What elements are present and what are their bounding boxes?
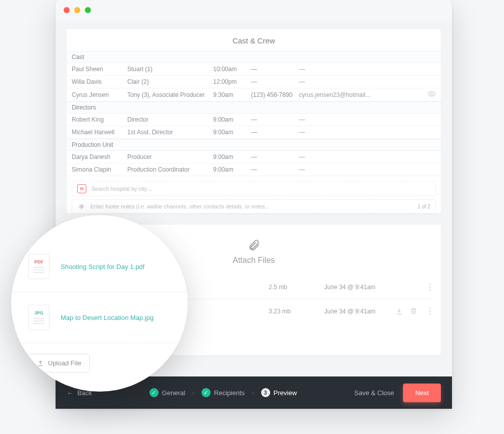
cell-time: 9:30am (213, 91, 251, 98)
eye-icon[interactable] (428, 91, 436, 98)
save-close-button[interactable]: Save & Close (355, 389, 394, 397)
cell-name: Michael Harwell (72, 129, 127, 136)
cell-phone: — (251, 116, 299, 123)
table-row: Simona Clapin Production Coordinator 9:0… (67, 164, 441, 176)
file-type-label: PDF (34, 259, 43, 264)
cell-phone: — (251, 66, 299, 73)
table-row: Paul Sheen Stuart (1) 10:00am — — (67, 63, 441, 76)
hospital-search[interactable]: H Search hospital by city.... (72, 181, 436, 196)
trash-icon[interactable] (410, 307, 417, 315)
table-row: Darya Danesh Producer 9:00am — — (67, 151, 441, 164)
cell-email: — (299, 129, 436, 136)
upload-file-button[interactable]: Upload File (28, 354, 90, 372)
file-date: June 34 @ 9:41am (324, 308, 395, 315)
cell-time: 9:00am (213, 153, 251, 160)
cell-email: cyrus.jensen23@hotmail... (299, 91, 425, 98)
cell-role: 1st Asst. Director (127, 129, 213, 136)
cell-time: 10:00am (213, 66, 251, 73)
paperclip-icon (247, 239, 261, 252)
cell-name: Paul Sheen (72, 66, 127, 73)
file-row: PDF Shooting Script for Day 1.pdf (11, 241, 188, 292)
zoom-lens: PDF Shooting Script for Day 1.pdf JPG Ma… (11, 215, 188, 392)
file-name[interactable]: Map to Desert Location Map.jpg (61, 314, 154, 321)
svg-point-0 (431, 93, 433, 95)
pdf-file-icon: PDF (28, 254, 49, 279)
table-row: Willa Davis Clair (2) 12:00pm — — (67, 76, 441, 88)
file-name[interactable]: Shooting Script for Day 1.pdf (61, 263, 144, 270)
file-row: JPG Map to Desert Location Map.jpg (11, 292, 188, 343)
check-icon: ✓ (201, 388, 211, 397)
upload-label: Upload File (48, 359, 81, 367)
cell-name: Willa Davis (72, 78, 127, 85)
table-row: Cyrus Jensen Tony (3), Associate Produce… (67, 88, 441, 101)
next-button[interactable]: Next (403, 384, 441, 402)
cell-name: Robert King (72, 116, 127, 123)
cell-phone: — (251, 78, 299, 85)
table-row: Robert King Director 9:00am — — (67, 114, 441, 126)
footer-placeholder: Enter footer notes (i.e. walkie channels… (90, 203, 270, 209)
zoom-icon[interactable] (85, 7, 91, 13)
minimize-icon[interactable] (74, 7, 80, 13)
cell-name: Cyrus Jensen (72, 91, 127, 98)
footer-notes-input[interactable]: ✻ Enter footer notes (i.e. walkie channe… (72, 199, 436, 213)
step-label: Recipients (214, 389, 245, 397)
cell-email: — (299, 166, 436, 173)
step-label: Preview (274, 389, 297, 397)
cell-phone: — (251, 129, 299, 136)
step-recipients[interactable]: ✓Recipients (201, 388, 245, 397)
hospital-icon: H (77, 184, 86, 193)
cell-role: Producer (127, 153, 213, 160)
cell-time: 9:00am (213, 129, 251, 136)
cell-role: Director (127, 116, 213, 123)
check-icon: ✓ (149, 388, 159, 397)
step-label: General (162, 389, 185, 397)
chevron-right-icon: › (252, 389, 254, 396)
download-icon[interactable] (395, 307, 403, 315)
cell-email: — (299, 153, 436, 160)
cell-phone: — (251, 166, 299, 173)
file-size: 3.23 mb (269, 308, 324, 315)
attach-title: Attach Files (233, 256, 275, 265)
cell-phone: — (251, 153, 299, 160)
chevron-right-icon: › (192, 389, 194, 396)
more-icon[interactable] (424, 307, 431, 315)
cell-role: Clair (2) (127, 78, 213, 85)
file-size: 2.5 mb (269, 284, 324, 291)
card-title: Cast & Crew (67, 29, 441, 51)
cell-time: 9:00am (213, 166, 251, 173)
cell-email: — (299, 66, 436, 73)
page-count: 1 of 2 (418, 204, 430, 209)
cell-phone: (123) 456-7890 (251, 91, 299, 98)
more-icon[interactable] (424, 283, 431, 291)
cell-name: Simona Clapin (72, 166, 127, 173)
cell-email: — (299, 78, 436, 85)
step-preview[interactable]: 3Preview (261, 388, 297, 397)
table-row: Michael Harwell 1st Asst. Director 9:00a… (67, 126, 441, 139)
step-general[interactable]: ✓General (149, 388, 185, 397)
cell-role: Tony (3), Associate Producer (127, 91, 213, 98)
file-date: June 34 @ 9:41am (324, 284, 424, 291)
cell-role: Production Coordinator (127, 166, 213, 173)
file-type-label: JPG (34, 310, 43, 315)
cell-time: 9:00am (213, 116, 251, 123)
cell-time: 12:00pm (213, 78, 251, 85)
close-icon[interactable] (64, 7, 70, 13)
upload-icon (37, 360, 44, 367)
step-number: 3 (261, 388, 270, 397)
cast-crew-card: Cast & Crew Cast Paul Sheen Stuart (1) 1… (67, 29, 441, 213)
hospital-placeholder: Search hospital by city.... (91, 186, 153, 192)
cell-role: Stuart (1) (127, 66, 213, 73)
section-production: Production Unit (67, 139, 441, 151)
section-directors: Directors (67, 101, 441, 114)
titlebar (56, 0, 452, 20)
cell-email: — (299, 116, 436, 123)
snowflake-icon: ✻ (77, 202, 85, 210)
cell-name: Darya Danesh (72, 153, 127, 160)
arrow-left-icon: ← (67, 389, 73, 397)
jpg-file-icon: JPG (28, 305, 49, 330)
section-cast: Cast (67, 51, 441, 63)
